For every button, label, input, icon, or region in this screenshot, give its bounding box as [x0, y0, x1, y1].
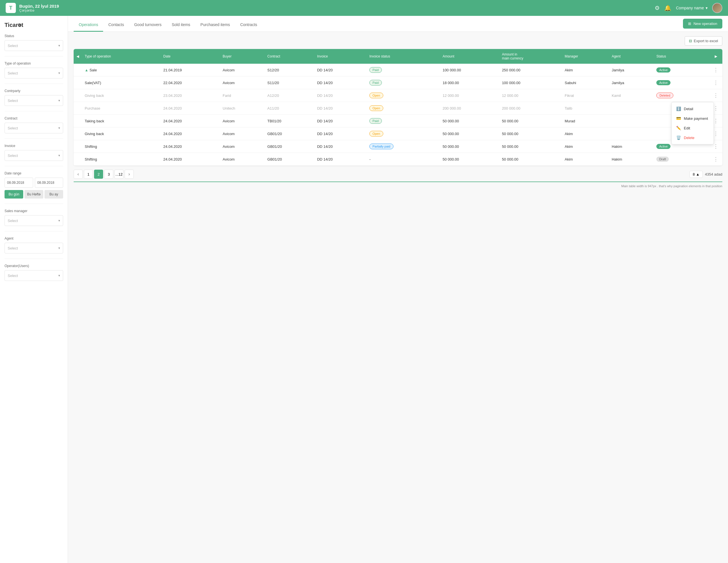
avatar[interactable] [712, 3, 722, 13]
filter-select-agent[interactable]: Select ▾ [5, 243, 63, 253]
table-row: Shifting 24.04.2020 Avicom GB01/20 DD 14… [74, 140, 722, 153]
topbar: T Bugün, 22 İyul 2019 Çərşənbə ⚙ 🔔 Compa… [0, 0, 728, 16]
next-page-button[interactable]: › [125, 170, 134, 179]
new-operation-button[interactable]: ⊞ New operation [683, 19, 722, 29]
table-row: Sale(VAT) 22.04.2020 Avicom S11/20 DD 14… [74, 76, 722, 89]
sidebar-title: Ticarət [5, 22, 63, 28]
today-button[interactable]: Bu gün [5, 190, 23, 199]
date-sub: Çərşənbə [19, 8, 59, 12]
page-3-button[interactable]: 3 [104, 170, 113, 179]
filter-label-status: Status [5, 34, 63, 38]
sidebar: Ticarət Status Select ▾ Type of operatio… [0, 16, 68, 563]
context-menu-delete[interactable]: 🗑️ Delete [672, 133, 714, 142]
more-menu-btn[interactable]: ⋮ [712, 66, 720, 74]
filter-label-contrparty: Contrparty [5, 89, 63, 93]
sort-up-icon: ▲ [696, 172, 700, 176]
page-ellipsis-button[interactable]: ...12 [114, 170, 124, 179]
page-1-button[interactable]: 1 [84, 170, 93, 179]
col-amount-main-currency: Amount inmain currency [499, 49, 562, 64]
context-menu-edit[interactable]: ✏️ Edit [672, 123, 714, 133]
tab-operations[interactable]: Operations [74, 18, 103, 32]
chevron-down-icon: ▾ [58, 126, 60, 130]
chevron-down-icon: ▾ [58, 219, 60, 223]
filter-label-operator: Operator(Users) [5, 264, 63, 268]
filter-select-sales-manager[interactable]: Select ▾ [5, 215, 63, 226]
col-amount: Amount [440, 49, 499, 64]
tab-contacts[interactable]: Contacts [103, 18, 129, 32]
filter-label-type: Type of operation [5, 61, 63, 65]
delete-icon: 🗑️ [676, 135, 681, 140]
filter-select-operator[interactable]: Select ▾ [5, 270, 63, 281]
chevron-down-icon: ▾ [706, 6, 708, 10]
col-agent: Agent [609, 49, 654, 64]
prev-page-button[interactable]: ‹ [74, 170, 83, 179]
plus-icon: ⊞ [688, 22, 691, 26]
filter-select-contrparty[interactable]: Select ▾ [5, 95, 63, 106]
per-page-selector[interactable]: 8 ▲ [689, 171, 703, 178]
notifications-icon[interactable]: 🔔 [664, 5, 671, 11]
col-buyer: Buyer [220, 49, 265, 64]
col-status: Status [654, 49, 709, 64]
company-name[interactable]: Company name ▾ [676, 6, 708, 10]
more-menu-btn[interactable]: ⋮ [712, 79, 720, 87]
col-date: Date [161, 49, 220, 64]
pagination: ‹ 1 2 3 ...12 › [74, 170, 134, 179]
context-menu-detail[interactable]: ℹ️ Detail [672, 104, 714, 114]
detail-icon: ℹ️ [676, 106, 681, 111]
filter-label-contract: Contract [5, 116, 63, 120]
date-to-input[interactable]: 08.09.2018 [35, 178, 63, 188]
operations-table: ◀ Type of operation Date Buyer Contract … [74, 49, 722, 166]
table-row: Giving back 23.04.2020 Farid A12/20 DD 1… [74, 89, 722, 102]
tab-sold-items[interactable]: Sold items [167, 18, 195, 32]
table-row: Taking back 24.04.2020 Avicom TB01/20 DD… [74, 115, 722, 127]
export-to-excel-button[interactable]: ⊟ Export to excel [685, 36, 722, 46]
context-menu-make-payment[interactable]: 💳 Make payment [672, 114, 714, 123]
filter-select-status[interactable]: Select ▾ [5, 40, 63, 51]
chevron-down-icon: ▾ [58, 246, 60, 250]
page-2-button[interactable]: 2 [94, 170, 103, 179]
app-logo[interactable]: T [6, 3, 16, 13]
filter-select-type[interactable]: Select ▾ [5, 68, 63, 78]
tab-purchased-items[interactable]: Purchased items [195, 18, 235, 32]
this-month-button[interactable]: Bu ay [44, 190, 63, 199]
more-menu-btn[interactable]: ⋮ [712, 91, 720, 99]
more-menu-btn[interactable]: ⋮ [712, 155, 720, 163]
this-week-button[interactable]: Bu Həftə [24, 190, 43, 199]
col-contract: Contract [265, 49, 314, 64]
col-type-of-operation: Type of operation [82, 49, 161, 64]
table-row: Shifting 24.04.2020 Avicom GB01/20 DD 14… [74, 153, 722, 166]
date-from-input[interactable]: 08.09.2018 [5, 178, 33, 188]
col-invoice: Invoice [314, 49, 366, 64]
filter-label-invoice: Invoice [5, 144, 63, 148]
chevron-down-icon: ▾ [58, 71, 60, 75]
col-manager: Manager [562, 49, 609, 64]
col-nav-right[interactable]: ▶ [709, 49, 722, 64]
excel-icon: ⊟ [689, 39, 692, 43]
table-row: Purchase 24.04.2020 Unitech A11/20 DD 14… [74, 102, 722, 115]
chevron-down-icon: ▾ [58, 99, 60, 103]
context-menu: ℹ️ Detail 💳 Make payment ✏️ [671, 102, 714, 144]
table-width-note: Main table width is 947px . that's why p… [621, 184, 722, 188]
tab-bar: Operations Contacts Good turnovers Sold … [68, 16, 728, 32]
edit-icon: ✏️ [676, 126, 681, 130]
chevron-down-icon: ▾ [58, 153, 60, 157]
date-main: Bugün, 22 İyul 2019 [19, 4, 59, 8]
settings-icon[interactable]: ⚙ [655, 5, 660, 11]
chevron-down-icon: ▾ [58, 44, 60, 48]
table-row: ▲Sale 21.04.2019 Avicom S12/20 DD 14/20 … [74, 64, 722, 76]
chevron-down-icon: ▾ [58, 274, 60, 278]
table-row: Giving back 24.04.2020 Avicom GB01/20 DD… [74, 127, 722, 140]
date-range-label: Date range [5, 171, 63, 175]
tab-good-turnovers[interactable]: Good turnovers [129, 18, 167, 32]
total-count: 4354 adad [705, 172, 722, 176]
col-invoice-status: Invoice status [367, 49, 440, 64]
filter-label-sales-manager: Sales manager [5, 209, 63, 213]
filter-select-invoice[interactable]: Select ▾ [5, 150, 63, 161]
filter-select-contract[interactable]: Select ▾ [5, 123, 63, 133]
col-nav-left[interactable]: ◀ [74, 49, 82, 64]
tab-contracts[interactable]: Contracts [235, 18, 262, 32]
payment-icon: 💳 [676, 116, 681, 121]
filter-label-agent: Agent [5, 236, 63, 240]
